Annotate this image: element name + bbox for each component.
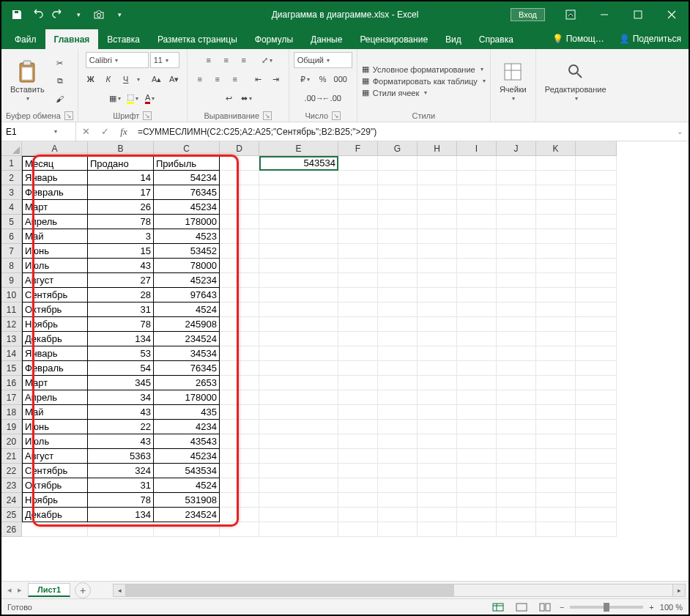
- row-header[interactable]: 16: [1, 376, 22, 390]
- column-header[interactable]: I: [457, 141, 497, 156]
- cell-I11[interactable]: [457, 303, 497, 317]
- align-top-button[interactable]: ≡: [201, 52, 217, 68]
- cell-C6[interactable]: 4523: [154, 229, 220, 244]
- cell-A13[interactable]: Декабрь: [22, 332, 88, 346]
- page-layout-view-button[interactable]: [513, 601, 530, 614]
- cell-H1[interactable]: [418, 156, 457, 171]
- cell-E19[interactable]: [259, 420, 338, 434]
- percent-button[interactable]: %: [315, 71, 331, 87]
- signin-button[interactable]: Вход: [511, 8, 545, 21]
- cell-C9[interactable]: 45234: [154, 273, 220, 288]
- cell-D11[interactable]: [220, 303, 259, 317]
- cell-13[interactable]: [576, 332, 617, 346]
- cell-C23[interactable]: 4524: [154, 478, 220, 493]
- cell-J3[interactable]: [497, 185, 536, 200]
- cell-F6[interactable]: [338, 229, 378, 244]
- orientation-button[interactable]: ⤢▾: [259, 52, 275, 68]
- cell-H19[interactable]: [418, 420, 457, 434]
- zoom-in-button[interactable]: +: [649, 603, 653, 612]
- cell-K5[interactable]: [536, 215, 576, 229]
- insert-function-button[interactable]: fx: [114, 122, 133, 141]
- paste-button[interactable]: Вставить ▾: [6, 57, 49, 105]
- cell-6[interactable]: [576, 229, 617, 244]
- align-right-button[interactable]: ≡: [227, 71, 243, 87]
- cell-J8[interactable]: [497, 259, 536, 273]
- cell-G10[interactable]: [378, 288, 418, 303]
- align-center-button[interactable]: ≡: [209, 71, 226, 87]
- cell-E20[interactable]: [259, 434, 338, 449]
- cell-B2[interactable]: 14: [88, 171, 154, 185]
- name-box[interactable]: ▾: [1, 122, 76, 141]
- cell-C14[interactable]: 34534: [154, 346, 220, 361]
- cell-B16[interactable]: 345: [88, 376, 154, 390]
- cell-F14[interactable]: [338, 346, 378, 361]
- cell-D19[interactable]: [220, 420, 259, 434]
- cell-I2[interactable]: [457, 171, 497, 185]
- cell-26[interactable]: [576, 522, 617, 537]
- merge-button[interactable]: ⬌▾: [239, 90, 255, 106]
- cell-20[interactable]: [576, 434, 617, 449]
- cell-E8[interactable]: [259, 259, 338, 273]
- ribbon-options-icon[interactable]: [554, 1, 587, 28]
- row-header[interactable]: 1: [1, 156, 22, 171]
- cell-A4[interactable]: Март: [22, 200, 88, 215]
- cell-B25[interactable]: 134: [88, 508, 154, 522]
- scroll-right-icon[interactable]: ▸: [672, 584, 686, 597]
- cell-A2[interactable]: Январь: [22, 171, 88, 185]
- cell-B9[interactable]: 27: [88, 273, 154, 288]
- cell-K19[interactable]: [536, 420, 576, 434]
- cell-C3[interactable]: 76345: [154, 185, 220, 200]
- cell-G3[interactable]: [378, 185, 418, 200]
- cell-E1[interactable]: 543534: [259, 156, 338, 171]
- column-header[interactable]: B: [88, 141, 154, 156]
- cell-F26[interactable]: [338, 522, 378, 537]
- cell-H18[interactable]: [418, 405, 457, 420]
- cell-G11[interactable]: [378, 303, 418, 317]
- cell-J2[interactable]: [497, 171, 536, 185]
- cell-B6[interactable]: 3: [88, 229, 154, 244]
- cell-D7[interactable]: [220, 244, 259, 259]
- cell-E9[interactable]: [259, 273, 338, 288]
- row-header[interactable]: 13: [1, 332, 22, 346]
- cell-G24[interactable]: [378, 493, 418, 508]
- cell-E13[interactable]: [259, 332, 338, 346]
- cell-A9[interactable]: Август: [22, 273, 88, 288]
- cell-H6[interactable]: [418, 229, 457, 244]
- row-header[interactable]: 24: [1, 493, 22, 508]
- name-box-input[interactable]: [6, 127, 50, 137]
- cell-14[interactable]: [576, 346, 617, 361]
- cell-B12[interactable]: 78: [88, 317, 154, 332]
- cell-D4[interactable]: [220, 200, 259, 215]
- cell-I24[interactable]: [457, 493, 497, 508]
- cell-J21[interactable]: [497, 449, 536, 464]
- cell-H7[interactable]: [418, 244, 457, 259]
- cell-J23[interactable]: [497, 478, 536, 493]
- cell-C12[interactable]: 245908: [154, 317, 220, 332]
- row-header[interactable]: 7: [1, 244, 22, 259]
- cell-D1[interactable]: [220, 156, 259, 171]
- cell-J24[interactable]: [497, 493, 536, 508]
- align-left-button[interactable]: ≡: [192, 71, 208, 87]
- number-format-combo[interactable]: Общий▾: [294, 52, 352, 68]
- cell-B15[interactable]: 54: [88, 361, 154, 376]
- cell-H16[interactable]: [418, 376, 457, 390]
- font-name-combo[interactable]: Calibri▾: [86, 52, 149, 68]
- cell-G17[interactable]: [378, 390, 418, 405]
- column-header[interactable]: D: [220, 141, 259, 156]
- cell-E5[interactable]: [259, 215, 338, 229]
- row-header[interactable]: 22: [1, 464, 22, 478]
- cell-F18[interactable]: [338, 405, 378, 420]
- tab-data[interactable]: Данные: [302, 29, 351, 49]
- cell-H9[interactable]: [418, 273, 457, 288]
- cell-I1[interactable]: [457, 156, 497, 171]
- cell-D26[interactable]: [220, 522, 259, 537]
- cell-F8[interactable]: [338, 259, 378, 273]
- cells-button[interactable]: Ячейки▾: [495, 57, 531, 105]
- cell-E2[interactable]: [259, 171, 338, 185]
- cell-A12[interactable]: Ноябрь: [22, 317, 88, 332]
- font-size-combo[interactable]: 11▾: [150, 52, 179, 68]
- cell-I5[interactable]: [457, 215, 497, 229]
- cell-C2[interactable]: 54234: [154, 171, 220, 185]
- cell-F22[interactable]: [338, 464, 378, 478]
- cell-H21[interactable]: [418, 449, 457, 464]
